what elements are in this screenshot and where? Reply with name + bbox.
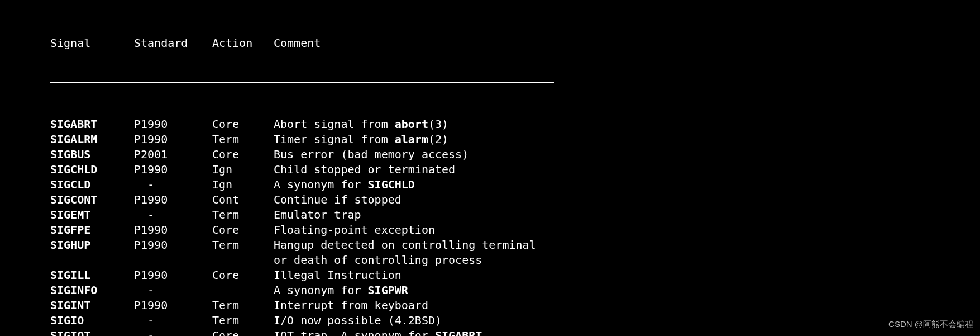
signal-action: Term [212,298,274,313]
signal-standard: - [134,283,212,298]
signal-standard: P1990 [134,268,212,283]
comment-bold-ref: SIGABRT [435,329,482,336]
table-row: SIGABRTP1990CoreAbort signal from abort(… [50,117,980,132]
signal-comment: Continue if stopped [274,192,980,207]
signal-comment: Abort signal from abort(3) [274,117,980,132]
comment-bold-ref: SIGPWR [368,283,408,297]
signal-action: Core [212,117,274,132]
comment-bold-ref: SIGCHLD [368,178,415,191]
signal-action: Ign [212,177,274,192]
signal-action: Term [212,207,274,223]
signal-action: Term [212,238,274,253]
table-row-continuation: or death of controlling process [50,253,980,268]
signal-name: SIGCHLD [50,162,134,177]
signal-comment: I/O now possible (4.2BSD) [274,313,980,328]
empty-cell [50,253,134,268]
signal-comment: IOT trap. A synonym for SIGABRT [274,328,980,336]
signal-name: SIGHUP [50,238,134,253]
signal-name: SIGBUS [50,147,134,162]
signal-standard: - [134,177,212,192]
header-action: Action [212,36,274,51]
table-row: SIGINFO -A synonym for SIGPWR [50,283,980,298]
signal-standard: P1990 [134,238,212,253]
signal-action: Term [212,313,274,328]
signal-name: SIGINFO [50,283,134,298]
man-page-signal-table: Signal Standard Action Comment SIGABRTP1… [0,0,980,336]
signal-name: SIGIOT [50,328,134,336]
signal-standard: P1990 [134,162,212,177]
signal-name: SIGIO [50,313,134,328]
signal-standard: P1990 [134,117,212,132]
signal-comment-line2: or death of controlling process [274,253,980,268]
empty-cell [212,253,274,268]
signal-standard: P1990 [134,223,212,238]
table-row: SIGIO -TermI/O now possible (4.2BSD) [50,313,980,328]
signal-action: Core [212,147,274,162]
table-row: SIGHUPP1990TermHangup detected on contro… [50,238,980,253]
signal-comment: Hangup detected on controlling terminal [274,238,980,253]
table-row: SIGEMT -TermEmulator trap [50,207,980,223]
signal-comment: Emulator trap [274,207,980,223]
signal-comment: Illegal Instruction [274,268,980,283]
header-comment: Comment [274,36,980,51]
signal-comment: Child stopped or terminated [274,162,980,177]
empty-cell [134,253,212,268]
table-row: SIGBUSP2001CoreBus error (bad memory acc… [50,147,980,162]
header-standard: Standard [134,36,212,51]
table-row: SIGCLD -IgnA synonym for SIGCHLD [50,177,980,192]
signal-standard: P2001 [134,147,212,162]
signal-comment: Floating-point exception [274,223,980,238]
signal-action [212,283,274,298]
header-separator [50,82,554,83]
signal-name: SIGFPE [50,223,134,238]
signal-standard: - [134,328,212,336]
signal-name: SIGABRT [50,117,134,132]
signal-name: SIGEMT [50,207,134,223]
signal-standard: P1990 [134,298,212,313]
signal-comment: A synonym for SIGPWR [274,283,980,298]
signal-standard: P1990 [134,132,212,147]
csdn-watermark: CSDN @阿熊不会编程 [888,316,973,332]
comment-bold-ref: alarm [395,132,428,146]
signal-action: Core [212,328,274,336]
table-header-row: Signal Standard Action Comment [50,36,980,51]
signal-name: SIGILL [50,268,134,283]
signal-standard: - [134,313,212,328]
signal-standard: - [134,207,212,223]
signal-action: Core [212,223,274,238]
table-row: SIGCONTP1990ContContinue if stopped [50,192,980,207]
signal-name: SIGINT [50,298,134,313]
table-row: SIGCHLDP1990IgnChild stopped or terminat… [50,162,980,177]
signal-action: Ign [212,162,274,177]
signal-comment: A synonym for SIGCHLD [274,177,980,192]
header-signal: Signal [50,36,134,51]
table-body: SIGABRTP1990CoreAbort signal from abort(… [50,117,980,336]
signal-name: SIGALRM [50,132,134,147]
table-row: SIGALRMP1990TermTimer signal from alarm(… [50,132,980,147]
signal-name: SIGCONT [50,192,134,207]
table-row: SIGFPEP1990CoreFloating-point exception [50,223,980,238]
signal-comment: Timer signal from alarm(2) [274,132,980,147]
table-row: SIGINTP1990TermInterrupt from keyboard [50,298,980,313]
signal-action: Core [212,268,274,283]
signal-name: SIGCLD [50,177,134,192]
signal-standard: P1990 [134,192,212,207]
table-row: SIGILLP1990CoreIllegal Instruction [50,268,980,283]
signal-action: Cont [212,192,274,207]
table-row: SIGIOT -CoreIOT trap. A synonym for SIGA… [50,328,980,336]
signal-comment: Interrupt from keyboard [274,298,980,313]
signal-action: Term [212,132,274,147]
comment-bold-ref: abort [395,117,428,131]
signal-comment: Bus error (bad memory access) [274,147,980,162]
